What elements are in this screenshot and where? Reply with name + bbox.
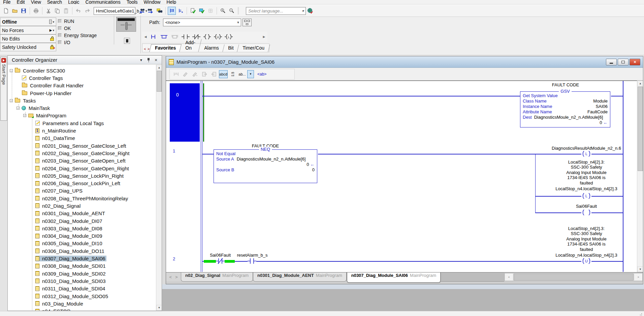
wrap-tag-names-button[interactable]: abcd [228, 70, 237, 78]
tree-item[interactable]: n0306_Diag_Module_DO11 [8, 247, 156, 255]
scrollbar-thumb[interactable] [514, 274, 634, 281]
palette-tab-timer-cou[interactable]: Timer/Cou [237, 45, 270, 52]
tree-item[interactable]: n0304_Diag_Module_DI09 [8, 232, 156, 240]
menu-view[interactable]: View [28, 0, 44, 4]
new-icon[interactable] [2, 7, 10, 15]
print-icon[interactable] [32, 7, 40, 15]
tag-combo[interactable]: HmiCloseLeftGate1_b_s ▾ [94, 7, 135, 15]
close-button[interactable]: × [630, 59, 640, 65]
scrollbar-thumb[interactable] [157, 71, 162, 92]
pin-icon[interactable] [146, 57, 151, 63]
palette-tab-add-on[interactable]: Add-On [179, 39, 201, 52]
tree-item[interactable]: n0302_Diag_Module_DI07 [8, 217, 156, 225]
tree-item[interactable]: n0202_Diag_Sensor_GateClose_Right [8, 149, 156, 157]
palette-tab-bit[interactable]: Bit [223, 45, 239, 52]
tree-item[interactable]: n0206_Diag_Sensor_LockPin_Left [8, 179, 156, 187]
tree-item[interactable]: n0208_Diag_ThreePhMonitoringRelay [8, 195, 156, 202]
tree-item[interactable]: n04_ESTOP [8, 308, 156, 311]
menu-help[interactable]: Help [163, 0, 179, 4]
menu-edit[interactable]: Edit [14, 0, 28, 4]
toggle-organizer-icon[interactable] [168, 7, 176, 15]
output-tag[interactable]: LocalStop_n4.localStop_n4[2].3 [536, 253, 637, 258]
tree-item[interactable]: -Tasks [8, 97, 156, 104]
palette-tab-alarms[interactable]: Alarms [199, 45, 225, 52]
tree-item[interactable]: n0305_Diag_Module_DI10 [8, 240, 156, 247]
tree-item[interactable]: Controller Fault Handler [8, 82, 156, 89]
tree-item[interactable]: n0205_Diag_Sensor_LockPin_Right [8, 172, 156, 179]
latch-coil[interactable]: L [581, 193, 591, 199]
search-next-icon[interactable] [147, 7, 155, 15]
organizer-menu-icon[interactable]: ▾ [138, 58, 144, 62]
tab-scroll-buttons[interactable]: < > [166, 272, 181, 281]
output-tag[interactable]: DiagnosticsResultAtModule_n2_n.6 [536, 146, 637, 151]
close-icon[interactable]: × [153, 57, 159, 63]
ladder-canvas[interactable]: 0 FAULT CODE GSV Get System Value Class … [166, 81, 637, 272]
menu-communications[interactable]: Communications [83, 0, 124, 4]
tree-item[interactable]: Power-Up Handler [8, 89, 156, 97]
scrollbar-thumb[interactable] [638, 87, 643, 171]
output-coil[interactable] [581, 209, 591, 216]
tree-item[interactable]: Controller Tags [8, 74, 156, 82]
tree-item[interactable]: n0201_Diag_Sensor_GateClose_Left [8, 142, 156, 149]
rung2-number[interactable]: 2 [173, 256, 175, 261]
toggle-descriptions-button[interactable]: <ab> [257, 70, 266, 78]
contact-tag[interactable]: resetAlarm_b_s [229, 253, 276, 258]
tab-scroll-left-icon[interactable]: < [169, 275, 172, 280]
zoom-out-icon[interactable] [228, 7, 236, 15]
maximize-button[interactable] [618, 59, 629, 65]
open-icon[interactable] [11, 7, 19, 15]
scroll-left-icon[interactable]: < [505, 273, 513, 281]
find-icon[interactable] [155, 7, 163, 15]
tag-display-dropdown[interactable]: ▼ [247, 70, 254, 78]
tree-item[interactable]: n0310_Diag_Module_SDI03 [8, 277, 156, 285]
edits-box[interactable]: No Edits [0, 34, 56, 43]
window-titlebar[interactable]: MainProgram - n0307_Diag_Module_SAI06 × [166, 56, 643, 68]
tree-item[interactable]: -MainProgram [8, 112, 156, 119]
routine-tab-n0301-diag-module-aent[interactable]: n0301_Diag_Module_AENTMainProgram [253, 272, 347, 282]
tree-item[interactable]: n01_DataTime [8, 135, 156, 142]
palette-tab-favorites[interactable]: Favorites [150, 44, 182, 52]
no-contact[interactable] [248, 258, 256, 264]
tree-item[interactable]: n0207_Diag_UPS [8, 187, 156, 195]
routine-tab-n02-diag-signal[interactable]: n02_Diag_SignalMainProgram [181, 272, 253, 282]
nc-contact[interactable] [216, 258, 225, 264]
chevron-down-icon[interactable]: ▾ [300, 9, 305, 13]
browse-network-button[interactable] [243, 19, 252, 26]
show-tag-names-button[interactable]: abcd [219, 70, 228, 78]
menu-logic[interactable]: Logic [65, 0, 82, 4]
tree-item[interactable]: n0307_Diag_Module_SAI06 [8, 255, 156, 262]
tree-item[interactable]: -MainTask [8, 104, 156, 112]
scroll-down-icon[interactable]: ▼ [637, 266, 643, 272]
zoom-in-icon[interactable] [219, 7, 227, 15]
gsv-param-value[interactable]: SAI06 [596, 104, 608, 109]
forces-box[interactable]: No Forces ▶ ▾ [0, 26, 56, 34]
search-previous-icon[interactable] [138, 7, 146, 15]
controller-mode-box[interactable]: Offline ▾ [0, 18, 56, 26]
copy-icon[interactable] [53, 7, 61, 15]
organizer-titlebar[interactable]: Controller Organizer ▾ × [8, 56, 162, 64]
palette-scroll-left-icon[interactable]: ◀ [143, 35, 148, 38]
save-icon[interactable] [20, 7, 28, 15]
gsv-param-value[interactable]: FaultCode [587, 109, 608, 115]
tree-item[interactable]: n0309_Diag_Module_SDI02 [8, 270, 156, 277]
collapse-icon[interactable]: - [10, 69, 13, 72]
latch-coil[interactable]: L [581, 151, 591, 157]
tree-item[interactable]: n0308_Diag_Module_SDI01 [8, 262, 156, 270]
neq-instruction[interactable]: NEQ Not Equal Source ADiagnosticsMoule_n… [214, 149, 317, 183]
rung1-number[interactable]: 1 [173, 148, 175, 153]
scroll-up-icon[interactable]: ▲ [637, 81, 643, 86]
cut-icon[interactable] [44, 7, 53, 15]
gsv-instruction[interactable]: GSV Get System Value Class NameModule In… [520, 91, 610, 127]
tree-item[interactable]: n0301_Diag_Module_AENT [8, 210, 156, 217]
ladder-vertical-scrollbar[interactable]: ▲ ▼ [637, 81, 643, 272]
routine-tab-n0307-diag-module-sai06[interactable]: n0307_Diag_Module_SAI06MainProgram [347, 272, 441, 283]
tree-item[interactable]: n0311_Diag_Module_SDI04 [8, 285, 156, 292]
chevron-down-icon[interactable]: ▾ [235, 20, 241, 25]
tree-item[interactable]: n0204_Diag_Sensor_GateOpen_Right [8, 165, 156, 172]
tree-item[interactable]: n0312_Diag_Module_SDO05 [8, 292, 156, 300]
palette-scroll-right-icon[interactable]: ▶ [262, 35, 266, 38]
collapse-icon[interactable]: - [23, 114, 26, 117]
safety-box[interactable]: Safety Unlocked × [0, 43, 56, 51]
start-page-tab[interactable]: Start Page [0, 57, 7, 121]
path-combo[interactable]: <none> ▾ [163, 19, 241, 26]
